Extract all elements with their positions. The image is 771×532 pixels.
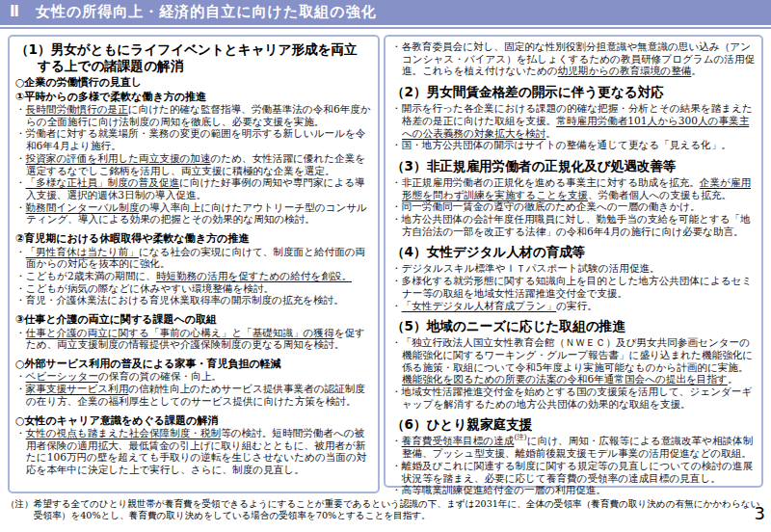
bullet-item: ・離婚及びこれに関連する制度に関する規定等の見直しについての検討の進展状況等を踏… [391,460,756,484]
bullet-item: ・各教育委員会に対し、固定的な性別役割分担意識や無意識の思い込み（アンコンシャス… [391,40,756,77]
section-heading: （6）ひとり親家庭支援 [391,416,756,433]
bullet-item: ・「独立行政法人国立女性教育会館（ＮＷＥＣ）及び男女共同参画センターの機能強化に… [391,336,756,386]
bullet-item: ・育児・介護休業法における育児休業取得率の開示制度の拡充を検討。 [15,294,372,306]
bullet-item: ・勤務間インターバル制度の導入率向上に向けたアウトリーチ型のコンサルティング、導… [15,201,372,226]
bullet-item: ・「女性デジタル人材育成プラン」の実行。 [391,300,756,312]
bullet-item: ・多様化する就労形態に関する知識向上を目的とした地方公共団体によるセミナー等の取… [391,275,756,299]
bullet-item: ・養育費受領率目標の達成(注)に向け、周知・広報等による意識改革や相談体制整備、… [391,435,756,459]
bullet-item: ・ベビーシッターの保育の質の確保・向上。 [15,370,372,383]
bullet-item: ・「男性育休は当たり前」になる社会の実現に向けて、制度面と給付面の両面からの対応… [15,246,372,270]
bullet-item: ・非正規雇用労働者の正規化を進める事業主に対する助成を拡充。企業が雇用形態を問わ… [391,176,756,200]
title-bar-rule [0,27,771,29]
section-heading: （1）男女がともにライフイベントとキャリア形成を両立する上での諸課題の解消 [15,41,372,74]
subsection-heading: ②育児期における休暇取得や柔軟な働き方の推進 [15,232,372,246]
bullet-item: ・デジタルスキル標準やＩＴパスポート試験の活用促進。 [391,262,756,275]
bullet-item: ・高等職業訓練促進給付金の一層の利用促進。 [391,484,756,496]
footnote: （注）希望する全てのひとり親世帯が養育費を受領できるようにすることが重要であると… [6,498,766,521]
subsection-heading: ①平時からの多様で柔軟な働き方の推進 [15,91,372,104]
page-number: 3 [755,503,765,523]
bullet-item: ・同一労働同一賃金の遵守の徹底のため企業への一層の働きかけ。 [391,200,756,213]
section-heading: （4）女性デジタル人材の育成等 [391,244,756,260]
subsection-heading: ③仕事と介護の両立に関する課題への取組 [15,313,372,327]
bullet-item: ・投資家の評価を利用した両立支援の加速のため、女性活躍に優れた企業を選定するなで… [15,152,372,176]
section-heading: （5）地域のニーズに応じた取組の推進 [391,318,756,334]
left-column-panel: （1）男女がともにライフイベントとキャリア形成を両立する上での諸課題の解消○企業… [8,35,380,493]
bullet-item: ・国・地方公共団体の開示はサイトの整備を通じて更なる「見える化」。 [391,139,756,151]
subsection-heading: ○外部サービス利用の普及による家事・育児負担の軽減 [15,358,372,371]
page-title: Ⅱ 女性の所得向上・経済的自立に向けた取組の強化 [0,0,771,21]
bullet-item: ・開示を行った各企業における課題の的確な把握・分析とその結果を踏まえた格差の是正… [391,102,756,139]
bullet-item: ・女性の視点も踏まえた社会保障制度・税制等の検討。短時間労働者への被用者保険の適… [15,427,372,476]
title-bar: Ⅱ 女性の所得向上・経済的自立に向けた取組の強化 [0,0,771,26]
subsection-heading: ○女性のキャリア意識をめぐる課題の解消 [15,414,372,428]
slide: { "header": { "title": "Ⅱ 女性の所得向上・経済的自立に… [0,0,771,532]
bullet-item: ・地域女性活躍推進交付金を始めとする国の支援策を活用して、ジェンダーギャップを解… [391,386,756,410]
bullet-item: ・労働者に対する就業場所・業務の変更の範囲を明示する新しいルールを令和6年4月よ… [15,127,372,151]
bullet-item: ・長時間労働慣行の是正に向けた的確な監督指導、労働基準法の令和6年度からの全面施… [15,103,372,127]
bullet-item: ・家事支援サービス利用の信頼性向上のためサービス提供事業者の認証制度の在り方、企… [15,383,372,407]
bullet-item: ・こどもが病気の際などに休みやすい環境整備を検討。 [15,282,372,295]
subsection-heading: ○企業の労働慣行の見直し [15,76,372,90]
section-heading: （3）非正規雇用労働者の正規化及び処遇改善等 [391,158,756,174]
bullet-item: ・仕事と介護の両立に関する「事前の心構え」と「基礎知識」の獲得を促すため、両立支… [15,327,372,351]
right-column-panel: ・各教育委員会に対し、固定的な性別役割分担意識や無意識の思い込み（アンコンシャス… [384,35,763,488]
bullet-item: ・地方公共団体の会計年度任用職員に対し、勤勉手当の支給を可能とする「地方自治法の… [391,213,756,237]
section-heading: （2）男女間賃金格差の開示に伴う更なる対応 [391,84,756,100]
bullet-item: ・こどもが2歳未満の期間に、時短勤務の活用を促すための給付を創設。 [15,270,372,282]
bullet-item: ・「多様な正社員」制度の普及促進に向けた好事例の周知や専門家による導入支援、選択… [15,176,372,200]
